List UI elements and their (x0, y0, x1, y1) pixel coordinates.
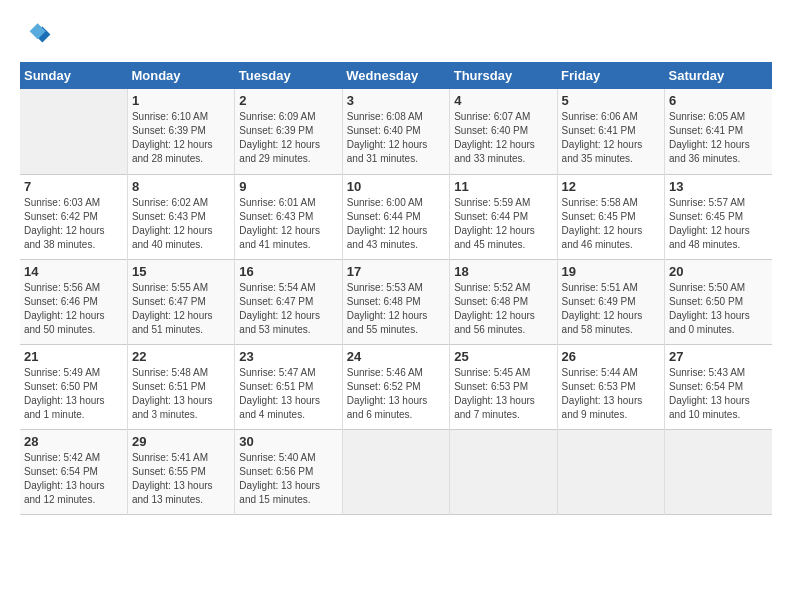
column-header-saturday: Saturday (665, 62, 772, 89)
day-detail: Sunrise: 5:40 AMSunset: 6:56 PMDaylight:… (239, 451, 337, 507)
day-number: 21 (24, 349, 123, 364)
day-detail: Sunrise: 5:50 AMSunset: 6:50 PMDaylight:… (669, 281, 768, 337)
calendar-cell: 28Sunrise: 5:42 AMSunset: 6:54 PMDayligh… (20, 429, 127, 514)
day-detail: Sunrise: 5:43 AMSunset: 6:54 PMDaylight:… (669, 366, 768, 422)
calendar-week-1: 1Sunrise: 6:10 AMSunset: 6:39 PMDaylight… (20, 89, 772, 174)
calendar-cell: 23Sunrise: 5:47 AMSunset: 6:51 PMDayligh… (235, 344, 342, 429)
calendar-cell: 9Sunrise: 6:01 AMSunset: 6:43 PMDaylight… (235, 174, 342, 259)
day-detail: Sunrise: 5:49 AMSunset: 6:50 PMDaylight:… (24, 366, 123, 422)
day-detail: Sunrise: 5:42 AMSunset: 6:54 PMDaylight:… (24, 451, 123, 507)
calendar-week-4: 21Sunrise: 5:49 AMSunset: 6:50 PMDayligh… (20, 344, 772, 429)
calendar-table: SundayMondayTuesdayWednesdayThursdayFrid… (20, 62, 772, 515)
page-header (20, 20, 772, 52)
header-row: SundayMondayTuesdayWednesdayThursdayFrid… (20, 62, 772, 89)
column-header-tuesday: Tuesday (235, 62, 342, 89)
day-detail: Sunrise: 5:41 AMSunset: 6:55 PMDaylight:… (132, 451, 230, 507)
day-detail: Sunrise: 5:45 AMSunset: 6:53 PMDaylight:… (454, 366, 552, 422)
day-number: 6 (669, 93, 768, 108)
calendar-body: 1Sunrise: 6:10 AMSunset: 6:39 PMDaylight… (20, 89, 772, 514)
day-number: 9 (239, 179, 337, 194)
calendar-cell: 3Sunrise: 6:08 AMSunset: 6:40 PMDaylight… (342, 89, 449, 174)
calendar-cell: 11Sunrise: 5:59 AMSunset: 6:44 PMDayligh… (450, 174, 557, 259)
day-number: 24 (347, 349, 445, 364)
column-header-wednesday: Wednesday (342, 62, 449, 89)
calendar-cell: 10Sunrise: 6:00 AMSunset: 6:44 PMDayligh… (342, 174, 449, 259)
calendar-cell (665, 429, 772, 514)
calendar-cell: 19Sunrise: 5:51 AMSunset: 6:49 PMDayligh… (557, 259, 664, 344)
day-number: 30 (239, 434, 337, 449)
day-number: 11 (454, 179, 552, 194)
day-number: 17 (347, 264, 445, 279)
day-number: 5 (562, 93, 660, 108)
calendar-cell: 20Sunrise: 5:50 AMSunset: 6:50 PMDayligh… (665, 259, 772, 344)
calendar-cell: 24Sunrise: 5:46 AMSunset: 6:52 PMDayligh… (342, 344, 449, 429)
day-detail: Sunrise: 5:52 AMSunset: 6:48 PMDaylight:… (454, 281, 552, 337)
day-number: 14 (24, 264, 123, 279)
day-detail: Sunrise: 5:51 AMSunset: 6:49 PMDaylight:… (562, 281, 660, 337)
day-detail: Sunrise: 5:59 AMSunset: 6:44 PMDaylight:… (454, 196, 552, 252)
day-detail: Sunrise: 6:08 AMSunset: 6:40 PMDaylight:… (347, 110, 445, 166)
day-detail: Sunrise: 5:56 AMSunset: 6:46 PMDaylight:… (24, 281, 123, 337)
day-detail: Sunrise: 6:09 AMSunset: 6:39 PMDaylight:… (239, 110, 337, 166)
calendar-cell: 12Sunrise: 5:58 AMSunset: 6:45 PMDayligh… (557, 174, 664, 259)
day-number: 15 (132, 264, 230, 279)
day-number: 7 (24, 179, 123, 194)
day-detail: Sunrise: 6:01 AMSunset: 6:43 PMDaylight:… (239, 196, 337, 252)
calendar-cell: 1Sunrise: 6:10 AMSunset: 6:39 PMDaylight… (127, 89, 234, 174)
day-number: 8 (132, 179, 230, 194)
logo-icon (20, 20, 52, 52)
calendar-cell: 26Sunrise: 5:44 AMSunset: 6:53 PMDayligh… (557, 344, 664, 429)
calendar-cell: 7Sunrise: 6:03 AMSunset: 6:42 PMDaylight… (20, 174, 127, 259)
day-number: 29 (132, 434, 230, 449)
day-detail: Sunrise: 5:48 AMSunset: 6:51 PMDaylight:… (132, 366, 230, 422)
calendar-week-2: 7Sunrise: 6:03 AMSunset: 6:42 PMDaylight… (20, 174, 772, 259)
day-number: 28 (24, 434, 123, 449)
day-detail: Sunrise: 5:54 AMSunset: 6:47 PMDaylight:… (239, 281, 337, 337)
day-detail: Sunrise: 5:55 AMSunset: 6:47 PMDaylight:… (132, 281, 230, 337)
day-number: 16 (239, 264, 337, 279)
calendar-week-3: 14Sunrise: 5:56 AMSunset: 6:46 PMDayligh… (20, 259, 772, 344)
day-number: 4 (454, 93, 552, 108)
calendar-cell: 21Sunrise: 5:49 AMSunset: 6:50 PMDayligh… (20, 344, 127, 429)
column-header-thursday: Thursday (450, 62, 557, 89)
calendar-cell: 30Sunrise: 5:40 AMSunset: 6:56 PMDayligh… (235, 429, 342, 514)
calendar-cell (557, 429, 664, 514)
day-detail: Sunrise: 5:53 AMSunset: 6:48 PMDaylight:… (347, 281, 445, 337)
day-number: 23 (239, 349, 337, 364)
day-detail: Sunrise: 6:05 AMSunset: 6:41 PMDaylight:… (669, 110, 768, 166)
day-detail: Sunrise: 6:07 AMSunset: 6:40 PMDaylight:… (454, 110, 552, 166)
day-detail: Sunrise: 5:58 AMSunset: 6:45 PMDaylight:… (562, 196, 660, 252)
calendar-cell: 13Sunrise: 5:57 AMSunset: 6:45 PMDayligh… (665, 174, 772, 259)
day-number: 13 (669, 179, 768, 194)
calendar-cell: 8Sunrise: 6:02 AMSunset: 6:43 PMDaylight… (127, 174, 234, 259)
calendar-cell: 25Sunrise: 5:45 AMSunset: 6:53 PMDayligh… (450, 344, 557, 429)
day-detail: Sunrise: 5:57 AMSunset: 6:45 PMDaylight:… (669, 196, 768, 252)
day-number: 26 (562, 349, 660, 364)
day-detail: Sunrise: 6:03 AMSunset: 6:42 PMDaylight:… (24, 196, 123, 252)
column-header-friday: Friday (557, 62, 664, 89)
column-header-sunday: Sunday (20, 62, 127, 89)
logo (20, 20, 56, 52)
day-number: 12 (562, 179, 660, 194)
calendar-cell: 16Sunrise: 5:54 AMSunset: 6:47 PMDayligh… (235, 259, 342, 344)
calendar-cell (342, 429, 449, 514)
day-detail: Sunrise: 6:02 AMSunset: 6:43 PMDaylight:… (132, 196, 230, 252)
day-number: 20 (669, 264, 768, 279)
day-detail: Sunrise: 5:44 AMSunset: 6:53 PMDaylight:… (562, 366, 660, 422)
day-number: 25 (454, 349, 552, 364)
calendar-cell: 18Sunrise: 5:52 AMSunset: 6:48 PMDayligh… (450, 259, 557, 344)
day-number: 10 (347, 179, 445, 194)
calendar-cell: 17Sunrise: 5:53 AMSunset: 6:48 PMDayligh… (342, 259, 449, 344)
day-detail: Sunrise: 6:10 AMSunset: 6:39 PMDaylight:… (132, 110, 230, 166)
calendar-cell: 27Sunrise: 5:43 AMSunset: 6:54 PMDayligh… (665, 344, 772, 429)
day-number: 3 (347, 93, 445, 108)
day-number: 19 (562, 264, 660, 279)
calendar-cell: 6Sunrise: 6:05 AMSunset: 6:41 PMDaylight… (665, 89, 772, 174)
day-detail: Sunrise: 6:00 AMSunset: 6:44 PMDaylight:… (347, 196, 445, 252)
calendar-cell: 4Sunrise: 6:07 AMSunset: 6:40 PMDaylight… (450, 89, 557, 174)
calendar-cell: 2Sunrise: 6:09 AMSunset: 6:39 PMDaylight… (235, 89, 342, 174)
day-detail: Sunrise: 5:47 AMSunset: 6:51 PMDaylight:… (239, 366, 337, 422)
calendar-cell: 14Sunrise: 5:56 AMSunset: 6:46 PMDayligh… (20, 259, 127, 344)
day-number: 2 (239, 93, 337, 108)
calendar-cell: 5Sunrise: 6:06 AMSunset: 6:41 PMDaylight… (557, 89, 664, 174)
